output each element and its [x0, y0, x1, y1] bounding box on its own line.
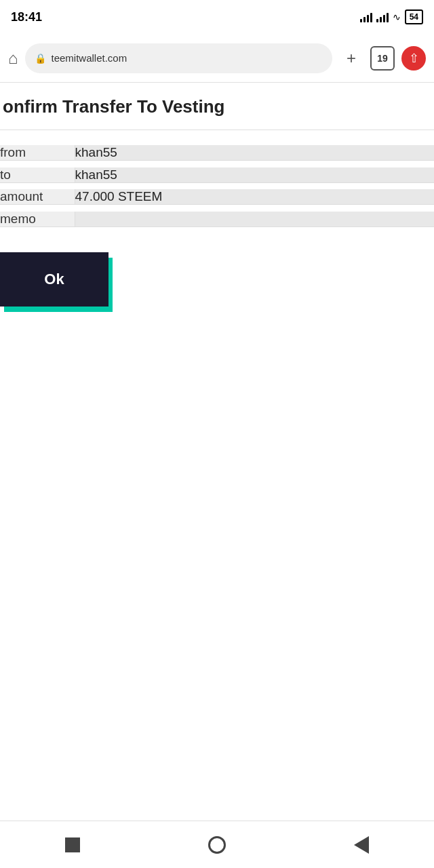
address-text: teemitwallet.com [52, 52, 127, 64]
to-label: to [0, 167, 75, 183]
form-table: from khan55 to khan55 amount 47.000 STEE… [0, 138, 434, 233]
nav-home-button[interactable] [203, 831, 231, 859]
spacer-row-2 [0, 161, 434, 167]
form-row-amount: amount 47.000 STEEM [0, 189, 434, 205]
back-icon [354, 836, 369, 854]
home-nav-icon [208, 836, 226, 854]
status-icons: ∿ 54 [360, 9, 423, 24]
signal-icon-2 [376, 12, 389, 22]
address-bar[interactable]: 🔒 teemitwallet.com [25, 43, 333, 73]
form-row-to: to khan55 [0, 167, 434, 183]
spacer-row-5 [0, 226, 434, 233]
browser-bar: ⌂ 🔒 teemitwallet.com + 19 ⇧ [0, 34, 434, 83]
spacer-row-4 [0, 205, 434, 212]
ok-button[interactable]: Ok [0, 252, 108, 307]
from-value: khan55 [75, 145, 434, 161]
amount-label: amount [0, 189, 75, 205]
upload-arrow-icon: ⇧ [409, 51, 419, 66]
tab-count[interactable]: 19 [370, 46, 395, 71]
amount-value: 47.000 STEEM [75, 189, 434, 205]
memo-label: memo [0, 212, 75, 227]
form-row-memo: memo [0, 212, 434, 227]
page-content: onfirm Transfer To Vesting from khan55 t… [0, 83, 434, 374]
status-time: 18:41 [11, 10, 42, 24]
signal-icon-1 [360, 12, 372, 22]
nav-stop-button[interactable] [59, 831, 86, 859]
to-value: khan55 [75, 167, 434, 183]
nav-back-button[interactable] [348, 831, 375, 859]
from-label: from [0, 145, 75, 161]
spacer-row-3 [0, 182, 434, 189]
spacer-row [0, 138, 434, 145]
page-title: onfirm Transfer To Vesting [0, 83, 434, 130]
lock-icon: 🔒 [35, 53, 46, 64]
form-row-from: from khan55 [0, 145, 434, 161]
wifi-icon: ∿ [393, 12, 401, 22]
add-tab-button[interactable]: + [339, 46, 363, 71]
stop-icon [65, 837, 80, 852]
home-icon[interactable]: ⌂ [8, 49, 18, 68]
upload-button[interactable]: ⇧ [401, 46, 426, 71]
battery-icon: 54 [405, 9, 423, 24]
memo-value [75, 212, 434, 227]
status-bar: 18:41 ∿ 54 [0, 0, 434, 34]
bottom-nav [0, 821, 434, 868]
